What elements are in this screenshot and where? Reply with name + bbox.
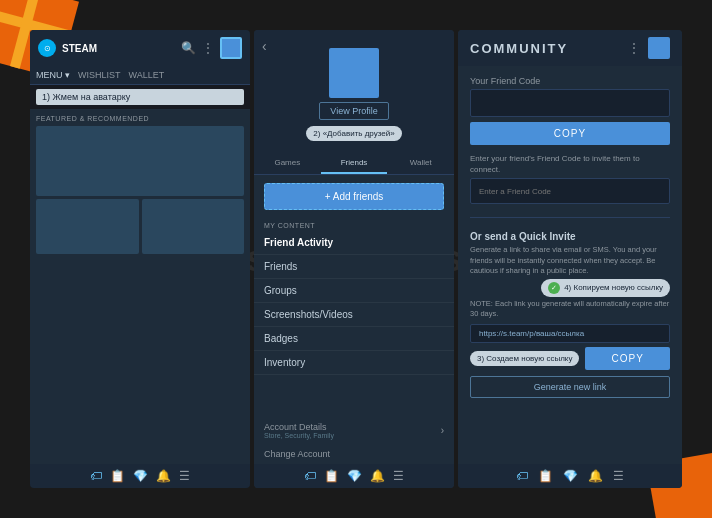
- add-friends-button[interactable]: + Add friends: [264, 183, 444, 210]
- community-avatar[interactable]: [648, 37, 670, 59]
- view-profile-button[interactable]: View Profile: [319, 102, 388, 120]
- note-text: NOTE: Each link you generate will automa…: [470, 299, 670, 320]
- left-bottom-bar: 🏷 📋 💎 🔔 ☰: [30, 464, 250, 488]
- profile-tabs: Games Friends Wallet: [254, 153, 454, 175]
- mid-bottom-icon-bell[interactable]: 🔔: [370, 469, 385, 483]
- menu-friends[interactable]: Friends: [254, 255, 454, 279]
- step3-row: 3) Создаем новую ссылку COPY: [470, 347, 670, 370]
- left-bottom-icon-bell[interactable]: 🔔: [156, 469, 171, 483]
- back-button[interactable]: ‹: [262, 38, 267, 54]
- tooltip-step4-text: 4) Копируем новую ссылку: [564, 283, 663, 292]
- right-bottom-icon-list[interactable]: 📋: [538, 469, 553, 483]
- tooltip-step3: 3) Создаем новую ссылку: [470, 351, 579, 366]
- left-bottom-icon-gem[interactable]: 💎: [133, 469, 148, 483]
- friend-code-desc: Enter your friend's Friend Code to invit…: [470, 153, 670, 175]
- community-title: COMMUNITY: [470, 41, 568, 56]
- nav-bar: MENU ▾ WISHLIST WALLET: [30, 66, 250, 85]
- menu-inventory[interactable]: Inventory: [254, 351, 454, 375]
- tab-games[interactable]: Games: [254, 153, 321, 174]
- community-content: Your Friend Code COPY Enter your friend'…: [458, 66, 682, 464]
- right-bottom-icon-tag[interactable]: 🏷: [516, 469, 528, 483]
- steam-client-panel: ⊙ STEAM 🔍 ⋮ MENU ▾ WISHLIST WALLET 1) Жм…: [30, 30, 250, 488]
- community-more-icon[interactable]: ⋮: [628, 41, 640, 55]
- user-avatar[interactable]: [220, 37, 242, 59]
- enter-friend-code-input[interactable]: [470, 178, 670, 204]
- invite-link-box: https://s.team/p/ваша/ссылка: [470, 324, 670, 343]
- menu-friend-activity[interactable]: Friend Activity: [254, 231, 454, 255]
- generate-row: Generate new link: [470, 372, 670, 398]
- profile-top: View Profile 2) «Добавить друзей»: [254, 30, 454, 153]
- nav-wishlist[interactable]: WISHLIST: [78, 70, 121, 80]
- mid-bottom-icon-list[interactable]: 📋: [324, 469, 339, 483]
- mid-bottom-icon-tag[interactable]: 🏷: [304, 469, 316, 483]
- right-bottom-icon-bell[interactable]: 🔔: [588, 469, 603, 483]
- left-bottom-icon-tag[interactable]: 🏷: [90, 469, 102, 483]
- generate-link-button[interactable]: Generate new link: [470, 376, 670, 398]
- community-header-icons: ⋮: [628, 37, 670, 59]
- community-panel: COMMUNITY ⋮ Your Friend Code COPY Enter …: [458, 30, 682, 488]
- featured-item-wide: [36, 126, 244, 196]
- left-bottom-icon-menu[interactable]: ☰: [179, 469, 190, 483]
- change-account-item[interactable]: Change Account: [254, 444, 454, 464]
- tooltip-step1: 1) Жмем на аватарку: [36, 89, 244, 105]
- tooltip-step4: ✓ 4) Копируем новую ссылку: [541, 279, 670, 297]
- steam-logo-text: STEAM: [62, 43, 97, 54]
- search-icon[interactable]: 🔍: [181, 41, 196, 55]
- right-bottom-icon-menu[interactable]: ☰: [613, 469, 624, 483]
- check-icon: ✓: [548, 282, 560, 294]
- community-header: COMMUNITY ⋮: [458, 30, 682, 66]
- copy-friend-code-button[interactable]: COPY: [470, 122, 670, 145]
- featured-label: FEATURED & RECOMMENDED: [36, 115, 244, 122]
- step4-row: ✓ 4) Копируем новую ссылку: [470, 279, 670, 297]
- featured-content: FEATURED & RECOMMENDED: [30, 109, 250, 464]
- menu-dots-icon[interactable]: ⋮: [202, 41, 214, 55]
- profile-avatar: [329, 48, 379, 98]
- steam-header: ⊙ STEAM 🔍 ⋮: [30, 30, 250, 66]
- menu-groups[interactable]: Groups: [254, 279, 454, 303]
- middle-bottom-bar: 🏷 📋 💎 🔔 ☰: [254, 464, 454, 488]
- left-bottom-icon-list[interactable]: 📋: [110, 469, 125, 483]
- content-menu: Friend Activity Friends Groups Screensho…: [254, 231, 454, 417]
- account-arrow-icon: ›: [441, 425, 444, 436]
- header-icons: 🔍 ⋮: [181, 37, 242, 59]
- menu-screenshots[interactable]: Screenshots/Videos: [254, 303, 454, 327]
- divider: [470, 217, 670, 218]
- mid-bottom-icon-gem[interactable]: 💎: [347, 469, 362, 483]
- nav-wallet[interactable]: WALLET: [129, 70, 165, 80]
- steam-logo-icon: ⊙: [38, 39, 56, 57]
- tab-wallet[interactable]: Wallet: [387, 153, 454, 174]
- my-content-label: MY CONTENT: [254, 218, 454, 231]
- featured-item-1: [36, 199, 139, 254]
- tooltip-step2: 2) «Добавить друзей»: [306, 126, 401, 141]
- mid-bottom-icon-menu[interactable]: ☰: [393, 469, 404, 483]
- friend-code-input[interactable]: [470, 89, 670, 117]
- featured-grid: [36, 126, 244, 254]
- account-details-item[interactable]: Account Details Store, Security, Family …: [254, 417, 454, 444]
- right-bottom-icon-gem[interactable]: 💎: [563, 469, 578, 483]
- account-sub: Store, Security, Family: [264, 432, 334, 439]
- copy-invite-link-button[interactable]: COPY: [585, 347, 670, 370]
- tooltip-step3-text: 3) Создаем новую ссылку: [477, 354, 572, 363]
- nav-menu[interactable]: MENU ▾: [36, 70, 70, 80]
- tab-friends[interactable]: Friends: [321, 153, 388, 174]
- friend-code-section: Your Friend Code COPY Enter your friend'…: [470, 76, 670, 204]
- right-bottom-bar: 🏷 📋 💎 🔔 ☰: [458, 464, 682, 488]
- account-label: Account Details: [264, 422, 334, 432]
- quick-invite-title: Or send a Quick Invite: [470, 231, 670, 242]
- change-account-label: Change Account: [264, 449, 330, 459]
- featured-item-2: [142, 199, 245, 254]
- friend-code-label: Your Friend Code: [470, 76, 670, 86]
- quick-invite-section: Or send a Quick Invite Generate a link t…: [470, 231, 670, 398]
- quick-invite-desc: Generate a link to share via email or SM…: [470, 245, 670, 277]
- menu-badges[interactable]: Badges: [254, 327, 454, 351]
- profile-popup-panel: ‹ View Profile 2) «Добавить друзей» Game…: [254, 30, 454, 488]
